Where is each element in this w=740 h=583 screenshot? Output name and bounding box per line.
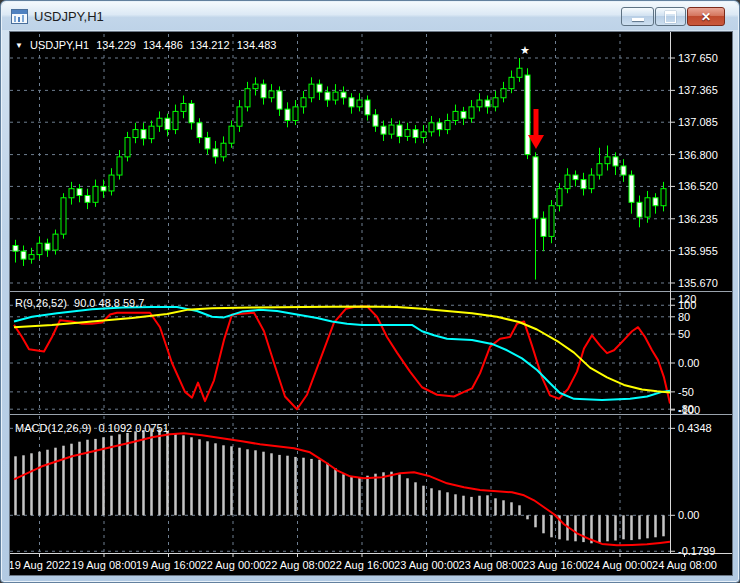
svg-text:-0.1799: -0.1799	[678, 545, 715, 557]
minimize-icon	[632, 18, 644, 21]
svg-text:24 Aug 08:00: 24 Aug 08:00	[652, 559, 717, 571]
svg-text:136.235: 136.235	[678, 213, 718, 225]
svg-text:137.085: 137.085	[678, 116, 718, 128]
svg-text:137.365: 137.365	[678, 84, 718, 96]
r-indicator-name: R(9,26,52)	[15, 297, 67, 309]
svg-text:23 Aug 08:00: 23 Aug 08:00	[459, 559, 524, 571]
high-value: 134.486	[143, 39, 183, 51]
low-value: 134.212	[190, 39, 230, 51]
open-value: 134.229	[96, 39, 136, 51]
svg-text:0.4348: 0.4348	[678, 422, 712, 434]
macd-indicator-values: 0.1092 0.0751	[98, 422, 168, 434]
r-indicator-label: R(9,26,52) 90.0 48.8 59.7	[15, 297, 148, 309]
close-value: 134.483	[237, 39, 277, 51]
svg-text:24 Aug 00:00: 24 Aug 00:00	[588, 559, 653, 571]
svg-text:22 Aug 16:00: 22 Aug 16:00	[330, 559, 395, 571]
svg-text:0.00: 0.00	[678, 357, 699, 369]
svg-text:23 Aug 16:00: 23 Aug 16:00	[523, 559, 588, 571]
svg-text:19 Aug 2022: 19 Aug 2022	[10, 559, 70, 571]
svg-text:80: 80	[678, 311, 690, 323]
svg-text:22 Aug 00:00: 22 Aug 00:00	[201, 559, 266, 571]
window-title: USDJPY,H1	[34, 9, 104, 24]
svg-text:19 Aug 08:00: 19 Aug 08:00	[72, 559, 137, 571]
app-window: USDJPY,H1 ✕ ★137.650137.365137.085136.80…	[0, 0, 740, 583]
close-button[interactable]: ✕	[687, 7, 725, 26]
chart-window-icon	[11, 9, 28, 24]
close-icon: ✕	[701, 10, 711, 24]
symbol-dropdown-arrow[interactable]: ▼	[15, 41, 23, 50]
svg-text:-100: -100	[678, 404, 700, 416]
ohlc-header: ▼ USDJPY,H1 134.229 134.486 134.212 134.…	[15, 39, 280, 51]
minimize-button[interactable]	[621, 7, 654, 26]
svg-text:135.955: 135.955	[678, 245, 718, 257]
svg-text:136.800: 136.800	[678, 149, 718, 161]
svg-text:137.650: 137.650	[678, 52, 718, 64]
screen: USDJPY,H1 ✕ ★137.650137.365137.085136.80…	[0, 0, 740, 583]
svg-text:22 Aug 08:00: 22 Aug 08:00	[265, 559, 330, 571]
restore-button[interactable]	[655, 7, 686, 26]
svg-text:100: 100	[678, 299, 696, 311]
svg-text:★: ★	[520, 44, 530, 56]
svg-text:19 Aug 16:00: 19 Aug 16:00	[136, 559, 201, 571]
restore-icon	[665, 11, 676, 23]
symbol-period-label: USDJPY,H1	[30, 39, 89, 51]
title-bar[interactable]: USDJPY,H1 ✕	[2, 2, 738, 30]
svg-text:-50: -50	[678, 386, 694, 398]
svg-text:50: 50	[678, 328, 690, 340]
svg-text:23 Aug 00:00: 23 Aug 00:00	[394, 559, 459, 571]
svg-text:136.520: 136.520	[678, 180, 718, 192]
svg-text:0.00: 0.00	[678, 509, 699, 521]
svg-text:135.670: 135.670	[678, 277, 718, 289]
macd-indicator-label: MACD(12,26,9) 0.1092 0.0751	[15, 422, 173, 434]
chart-area[interactable]: ★137.650137.365137.085136.800136.520136.…	[9, 31, 733, 576]
r-indicator-values: 90.0 48.8 59.7	[74, 297, 144, 309]
macd-indicator-name: MACD(12,26,9)	[15, 422, 91, 434]
